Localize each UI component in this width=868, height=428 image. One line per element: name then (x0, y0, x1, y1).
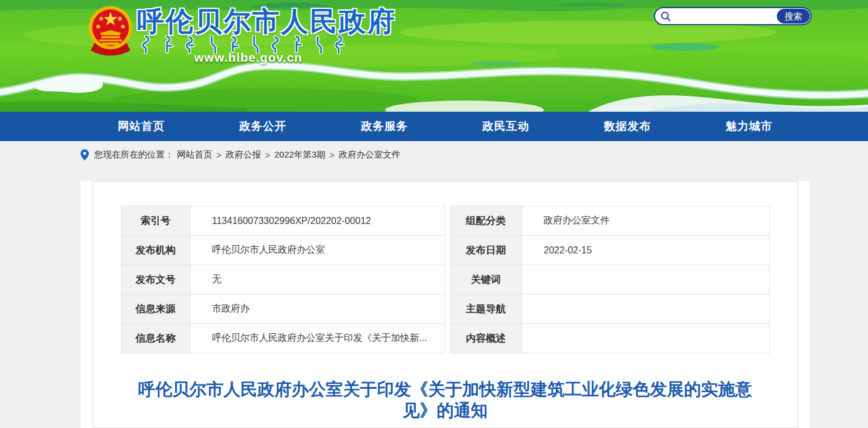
table-row: 信息名称 呼伦贝尔市人民政府办公室关于印发《关于加快新... (121, 324, 445, 353)
breadcrumb-item-category[interactable]: 政府办公室文件 (339, 149, 400, 160)
breadcrumb: 您现在所在的位置： 网站首页 > 政府公报 > 2022年第3期 > 政府办公室… (0, 141, 868, 169)
national-emblem-logo (86, 5, 135, 58)
breadcrumb-separator: > (329, 150, 335, 160)
meta-label-index-number: 索引号 (121, 206, 190, 236)
table-row: 索引号 1134160073302996XP/202202-00012 (121, 206, 445, 236)
meta-label-topic-navigation: 主题导航 (450, 295, 522, 324)
document-title-line1: 呼伦贝尔市人民政府办公室关于印发《关于加快新型建筑工业化绿色发展的实施意 (138, 380, 752, 399)
breadcrumb-item-gazette[interactable]: 政府公报 (226, 149, 261, 160)
table-row: 关键词 (450, 265, 769, 295)
table-row: 发布文号 无 (121, 265, 445, 295)
breadcrumb-item-home[interactable]: 网站首页 (177, 149, 212, 160)
nav-item-data[interactable]: 数据发布 (567, 112, 689, 141)
table-row: 发布日期 2022-02-15 (450, 236, 769, 265)
meta-label-content-summary: 内容概述 (450, 324, 522, 353)
table-row: 内容概述 (450, 324, 769, 353)
breadcrumb-separator: > (265, 150, 271, 160)
table-row: 主题导航 (450, 295, 769, 324)
table-row: 发布机构 呼伦贝尔市人民政府办公室 (121, 236, 445, 265)
meta-label-keywords: 关键词 (450, 265, 522, 295)
nav-item-gov-service[interactable]: 政务服务 (323, 112, 445, 141)
meta-value-document-number: 无 (190, 265, 445, 295)
meta-label-issuing-agency: 发布机构 (121, 236, 190, 265)
meta-label-category: 组配分类 (450, 206, 522, 236)
meta-value-keywords (522, 265, 769, 295)
meta-label-info-name: 信息名称 (121, 324, 190, 353)
meta-value-publish-date: 2022-02-15 (522, 236, 769, 265)
metadata-table-left: 索引号 1134160073302996XP/202202-00012 发布机构… (121, 206, 445, 353)
meta-value-issuing-agency: 呼伦贝尔市人民政府办公室 (190, 236, 445, 265)
document-panel: 索引号 1134160073302996XP/202202-00012 发布机构… (92, 181, 798, 428)
search-box: 搜索 (654, 7, 812, 25)
meta-label-document-number: 发布文号 (121, 265, 190, 295)
nav-item-city[interactable]: 魅力城市 (688, 112, 810, 141)
breadcrumb-item-issue[interactable]: 2022年第3期 (275, 149, 326, 160)
content-card: 索引号 1134160073302996XP/202202-00012 发布机构… (81, 181, 810, 428)
meta-value-index-number: 1134160073302996XP/202202-00012 (190, 206, 445, 236)
site-header: 呼伦贝尔市人民政府 www.hlbe.gov.cn (0, 0, 868, 112)
metadata-table-right: 组配分类 政府办公室文件 发布日期 2022-02-15 关键词 主题导航 (450, 206, 770, 353)
document-title: 呼伦贝尔市人民政府办公室关于印发《关于加快新型建筑工业化绿色发展的实施意见》的通… (122, 379, 769, 421)
document-title-line2: 见》的通知 (403, 401, 488, 420)
nav-item-interaction[interactable]: 政民互动 (445, 112, 567, 141)
breadcrumb-prefix: 您现在所在的位置： (94, 149, 173, 160)
meta-value-topic-navigation (522, 295, 769, 324)
search-icon (660, 11, 671, 22)
meta-value-content-summary (522, 324, 769, 353)
main-navigation: 网站首页 政务公开 政务服务 政民互动 数据发布 魅力城市 (0, 112, 868, 141)
site-url: www.hlbe.gov.cn (194, 51, 302, 65)
nav-item-gov-info[interactable]: 政务公开 (202, 112, 324, 141)
meta-label-info-source: 信息来源 (121, 295, 190, 324)
meta-value-category: 政府办公室文件 (522, 206, 769, 236)
document-metadata: 索引号 1134160073302996XP/202202-00012 发布机构… (93, 206, 797, 353)
breadcrumb-separator: > (216, 150, 222, 160)
table-row: 信息来源 市政府办 (121, 295, 445, 324)
search-input[interactable] (674, 10, 779, 22)
search-button[interactable]: 搜索 (777, 9, 810, 24)
meta-label-publish-date: 发布日期 (450, 236, 522, 265)
site-title: 呼伦贝尔市人民政府 (137, 4, 396, 40)
meta-value-info-name: 呼伦贝尔市人民政府办公室关于印发《关于加快新... (190, 324, 445, 353)
table-row: 组配分类 政府办公室文件 (450, 206, 769, 236)
meta-value-info-source: 市政府办 (190, 295, 445, 324)
nav-item-home[interactable]: 网站首页 (81, 112, 202, 141)
location-pin-icon (81, 149, 89, 160)
